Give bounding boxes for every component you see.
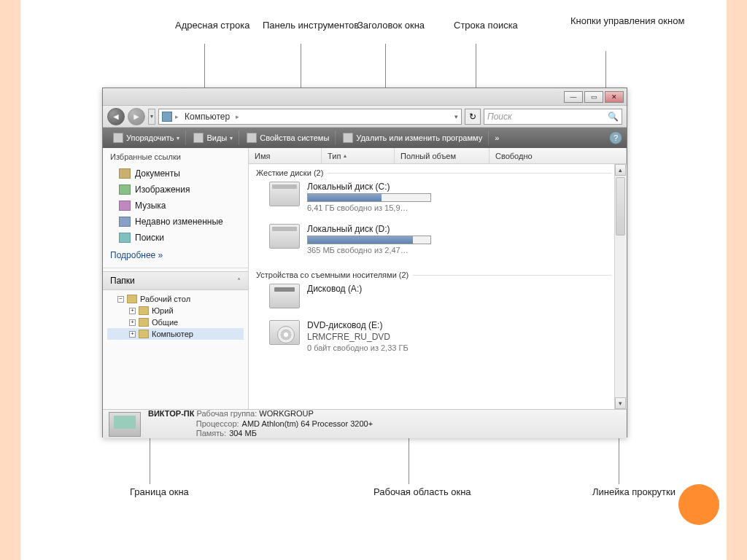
search-input[interactable]: Поиск 🔍 [484,109,622,125]
slide-accent-circle [678,484,719,525]
drive-a[interactable]: Дисковод (A:) [256,279,619,316]
drive-e-name: DVD-дисковод (E:) [307,320,409,330]
help-button[interactable]: ? [609,131,622,144]
tree-user[interactable]: +Юрий [107,305,244,316]
minimize-button[interactable]: — [564,91,583,103]
column-headers: Имя Тип▴ Полный объем Свободно [249,148,627,164]
sort-indicator-icon: ▴ [344,152,347,159]
lead-title [385,44,386,89]
close-button[interactable]: ✕ [605,91,624,103]
col-free[interactable]: Свободно [489,148,627,163]
scroll-thumb[interactable] [616,177,625,236]
drive-d-sub: 365 МБ свободно из 2,47… [307,246,431,254]
drive-e-sub: 0 байт свободно из 2,33 ГБ [307,343,409,352]
callout-title: Заголовок окна [357,20,425,31]
folder-tree: −Рабочий стол +Юрий +Общие +Компьютер [103,290,248,343]
tree-computer[interactable]: +Компьютер [107,328,244,340]
sidebar-item-pictures[interactable]: Изображения [103,182,248,198]
views-icon [193,133,204,143]
organize-button[interactable]: Упорядочить▾ [107,131,186,145]
group-header-removable[interactable]: Устройства со съемными носителями (2)˄ [256,271,619,279]
search-placeholder: Поиск [487,112,512,122]
documents-icon [119,168,131,179]
scrollbar[interactable]: ▴ ▾ [614,164,626,409]
tree-public[interactable]: +Общие [107,316,244,328]
hdd-icon [269,182,300,206]
col-name[interactable]: Имя [249,148,322,163]
sysprops-icon [247,133,257,143]
desktop-icon [127,295,137,303]
callout-address-bar: Адресная строка [175,20,249,31]
group-removable: Устройства со съемными носителями (2)˄ Д… [249,266,627,364]
sidebar-item-searches[interactable]: Поиски [103,230,248,246]
tree-toggle[interactable]: + [129,331,136,338]
breadcrumb-computer[interactable]: Компьютер [182,112,233,122]
views-button[interactable]: Виды▾ [187,131,239,145]
col-total[interactable]: Полный объем [395,148,489,163]
callout-toolbar: Панель инструментов [263,20,359,31]
tree-toggle[interactable]: + [129,308,136,314]
drive-c-usage-bar [307,193,431,202]
refresh-button[interactable]: ↻ [465,109,481,125]
slide-right-stripe [727,0,747,560]
sidebar-item-recent[interactable]: Недавно измененные [103,214,248,230]
computer-tree-icon [139,330,149,338]
searches-icon [119,233,131,243]
nav-bar: ◄ ► ▾ ▸ Компьютер ▸ ▾ ↻ Поиск 🔍 [103,106,627,128]
group-header-hdd[interactable]: Жесткие диски (2)˄ [256,168,619,177]
drive-d[interactable]: Локальный диск (D:) 365 МБ свободно из 2… [256,219,619,262]
tree-desktop[interactable]: −Рабочий стол [107,293,244,305]
callout-workarea: Рабочая область окна [374,487,471,498]
callout-border: Граница окна [130,487,189,498]
callout-scrollbar: Линейка прокрутки [592,487,676,498]
drive-d-usage-bar [307,236,431,244]
folders-pane-header[interactable]: Папки˄ [103,271,248,290]
search-icon: 🔍 [608,112,619,122]
recent-icon [119,217,131,227]
system-properties-button[interactable]: Свойства системы [241,131,336,145]
uninstall-button[interactable]: Удалить или изменить программу [337,131,489,145]
computer-icon [162,112,172,122]
organize-icon [113,133,123,143]
drive-e[interactable]: DVD-дисковод (E:) LRMCFRE_RU_DVD 0 байт … [256,316,619,359]
titlebar[interactable]: — ▭ ✕ [103,88,627,106]
callout-search: Строка поиска [454,20,518,31]
details-pane: ВИКТОР-ПК Рабочая группа: WORKGROUP ВИКТ… [103,409,627,438]
scroll-down-button[interactable]: ▾ [615,397,626,409]
music-icon [119,201,131,211]
drive-c-sub: 6,41 ГБ свободно из 15,9… [307,203,431,212]
explorer-window: — ▭ ✕ ◄ ► ▾ ▸ Компьютер ▸ ▾ ↻ Поиск 🔍 Уп… [102,88,627,438]
tree-toggle[interactable]: + [129,319,136,326]
favorites-header: Избранные ссылки [103,148,248,166]
dvd-icon [269,320,300,345]
pc-name: ВИКТОР-ПК [148,409,194,418]
back-button[interactable]: ◄ [107,108,125,125]
sidebar-more-link[interactable]: Подробнее » [103,246,248,265]
slide-left-stripe [0,0,20,560]
tree-toggle[interactable]: − [117,296,124,303]
sidebar: Избранные ссылки Документы Изображения М… [103,148,249,409]
hdd-icon [269,224,300,249]
sidebar-item-music[interactable]: Музыка [103,198,248,214]
callout-win-buttons: Кнопки управления окном [570,16,684,27]
maximize-button[interactable]: ▭ [584,91,603,103]
sidebar-item-documents[interactable]: Документы [103,166,248,182]
sidebar-separator [103,268,248,268]
scroll-up-button[interactable]: ▴ [615,164,626,176]
drive-c[interactable]: Локальный диск (C:) 6,41 ГБ свободно из … [256,177,619,219]
lead-win-buttons [605,51,606,89]
address-dropdown-icon[interactable]: ▾ [454,113,458,120]
nav-history-dropdown[interactable]: ▾ [148,109,155,125]
forward-button[interactable]: ► [128,108,145,125]
breadcrumb-sep: ▸ [175,113,179,120]
col-type[interactable]: Тип▴ [322,148,395,163]
drive-c-name: Локальный диск (C:) [307,182,431,192]
toolbar-overflow[interactable]: » [490,131,503,144]
content-pane: Имя Тип▴ Полный объем Свободно Жесткие д… [249,148,627,409]
floppy-icon [269,284,300,308]
group-hdd: Жесткие диски (2)˄ Локальный диск (C:) 6… [249,164,627,266]
address-bar[interactable]: ▸ Компьютер ▸ ▾ [158,109,462,125]
drive-d-name: Локальный диск (D:) [307,224,431,234]
command-toolbar: Упорядочить▾ Виды▾ Свойства системы Удал… [103,128,627,148]
computer-large-icon [109,412,141,437]
